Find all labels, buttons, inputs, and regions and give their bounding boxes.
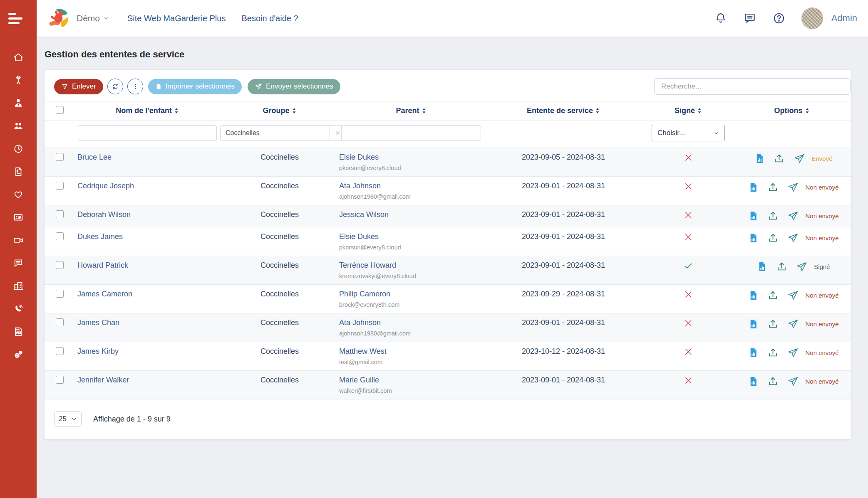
child-name[interactable]: Howard Patrick	[77, 261, 128, 269]
upload-icon	[767, 318, 779, 330]
row-checkbox[interactable]	[56, 232, 64, 240]
sidebar-item-cameras[interactable]	[0, 229, 37, 251]
upload-agreement-button[interactable]	[774, 153, 785, 164]
select-all-checkbox[interactable]	[56, 106, 64, 114]
child-name[interactable]: James Chan	[77, 318, 119, 327]
avatar[interactable]	[801, 7, 823, 29]
signed-filter-select[interactable]: Choisir...	[652, 125, 725, 141]
parent-name[interactable]: Elsie Dukes	[339, 232, 483, 241]
child-name[interactable]: James Cameron	[77, 290, 132, 298]
child-name-filter-input[interactable]	[78, 125, 217, 141]
sidebar-item-facility[interactable]	[0, 274, 37, 297]
agreement-stats-button[interactable]	[748, 290, 759, 301]
row-checkbox[interactable]	[56, 318, 64, 326]
child-name[interactable]: Jennifer Walker	[77, 376, 129, 384]
sidebar-item-messages[interactable]	[0, 251, 37, 274]
sidebar-item-settings[interactable]	[0, 343, 37, 366]
send-agreement-button[interactable]	[787, 318, 799, 330]
search-input[interactable]	[654, 78, 851, 95]
org-switcher[interactable]: Démo	[77, 13, 109, 23]
parent-name[interactable]: Matthew West	[339, 347, 483, 356]
row-checkbox[interactable]	[56, 261, 64, 269]
row-checkbox[interactable]	[56, 153, 64, 161]
agreement-stats-button[interactable]	[748, 182, 759, 193]
sidebar-item-calls[interactable]	[0, 297, 37, 320]
upload-agreement-button[interactable]	[767, 290, 779, 301]
upload-agreement-button[interactable]	[776, 261, 787, 272]
column-header-signed[interactable]: Signé	[644, 101, 733, 121]
send-agreement-button[interactable]	[794, 153, 805, 164]
column-header-options[interactable]: Options	[733, 101, 851, 121]
parent-name[interactable]: Ata Johnson	[339, 318, 483, 327]
send-agreement-button[interactable]	[787, 182, 799, 193]
agreement-stats-button[interactable]	[757, 261, 767, 272]
upload-agreement-button[interactable]	[767, 210, 779, 222]
filter-funnel-icon	[61, 83, 68, 90]
send-agreement-button[interactable]	[787, 376, 799, 387]
row-checkbox[interactable]	[56, 347, 64, 355]
more-options-button[interactable]	[127, 79, 143, 94]
agreement-stats-button[interactable]	[754, 153, 765, 164]
sidebar-item-home[interactable]	[0, 46, 37, 69]
agreement-stats-button[interactable]	[748, 376, 759, 387]
send-agreement-button[interactable]	[787, 210, 799, 222]
service-period: 2023-09-01 - 2024-08-31	[483, 177, 644, 205]
upload-agreement-button[interactable]	[767, 182, 779, 193]
column-header-parent[interactable]: Parent	[339, 101, 483, 121]
print-selected-button[interactable]: Imprimer sélectionnés	[148, 79, 242, 94]
send-selected-button[interactable]: Envoyer sélectionnés	[248, 79, 340, 94]
upload-agreement-button[interactable]	[767, 376, 779, 387]
parent-name[interactable]: Jessica Wilson	[339, 210, 483, 219]
column-header-group[interactable]: Groupe	[220, 101, 339, 121]
parent-filter-input[interactable]	[341, 125, 481, 141]
menu-toggle-button[interactable]	[0, 0, 37, 37]
sidebar-item-children[interactable]	[0, 69, 37, 91]
send-agreement-button[interactable]	[787, 290, 799, 301]
parent-name[interactable]: Elsie Dukes	[339, 153, 483, 162]
sidebar-item-families[interactable]	[0, 114, 37, 137]
column-header-agreement[interactable]: Entente de service	[483, 101, 644, 121]
stats-file-icon	[748, 232, 759, 244]
group-filter-input[interactable]	[221, 126, 330, 141]
agreement-stats-button[interactable]	[748, 210, 759, 222]
child-name[interactable]: Cedrique Joseph	[77, 182, 134, 190]
parent-name[interactable]: Marie Guille	[339, 376, 483, 385]
page-size-select[interactable]: 25	[54, 411, 82, 427]
send-agreement-button[interactable]	[787, 232, 799, 244]
send-agreement-button[interactable]	[796, 261, 807, 272]
upload-agreement-button[interactable]	[767, 232, 779, 244]
parent-name[interactable]: Terrénce Howard	[339, 261, 483, 270]
sidebar-item-id-cards[interactable]	[0, 206, 37, 229]
notifications-button[interactable]	[714, 12, 727, 25]
remove-filter-button[interactable]: Enlever	[54, 79, 103, 94]
upload-agreement-button[interactable]	[767, 318, 779, 330]
upload-agreement-button[interactable]	[767, 347, 779, 358]
link-help[interactable]: Besoin d'aide ?	[241, 14, 298, 23]
row-checkbox[interactable]	[56, 290, 64, 298]
sidebar-item-health[interactable]	[0, 183, 37, 206]
send-agreement-button[interactable]	[787, 347, 799, 358]
row-checkbox[interactable]	[56, 376, 64, 384]
help-button[interactable]	[772, 12, 786, 25]
agreement-stats-button[interactable]	[748, 318, 759, 330]
child-name[interactable]: Dukes James	[77, 232, 123, 241]
agreement-stats-button[interactable]	[748, 232, 759, 244]
sidebar-item-reports[interactable]	[0, 320, 37, 343]
refresh-button[interactable]	[107, 79, 123, 94]
agreement-stats-button[interactable]	[748, 347, 759, 358]
link-site-web[interactable]: Site Web MaGarderie Plus	[127, 14, 226, 23]
messages-button[interactable]	[743, 12, 756, 25]
row-checkbox[interactable]	[56, 182, 64, 190]
sidebar-item-billing[interactable]	[0, 160, 37, 183]
row-checkbox[interactable]	[56, 210, 64, 218]
child-name[interactable]: Bruce Lee	[77, 153, 112, 161]
table-row: Dukes James Coccinelles Elsie Dukes pkor…	[45, 227, 851, 256]
parent-name[interactable]: Philip Cameron	[339, 290, 483, 298]
table-row: James Kirby Coccinelles Matthew West tes…	[45, 342, 851, 371]
child-name[interactable]: Deborah Wilson	[77, 210, 131, 219]
parent-name[interactable]: Ata Johnson	[339, 182, 483, 190]
sidebar-item-attendance[interactable]	[0, 137, 37, 160]
column-header-child-name[interactable]: Nom de l'enfant	[74, 101, 220, 121]
child-name[interactable]: James Kirby	[77, 347, 119, 355]
sidebar-item-staff[interactable]	[0, 91, 37, 114]
